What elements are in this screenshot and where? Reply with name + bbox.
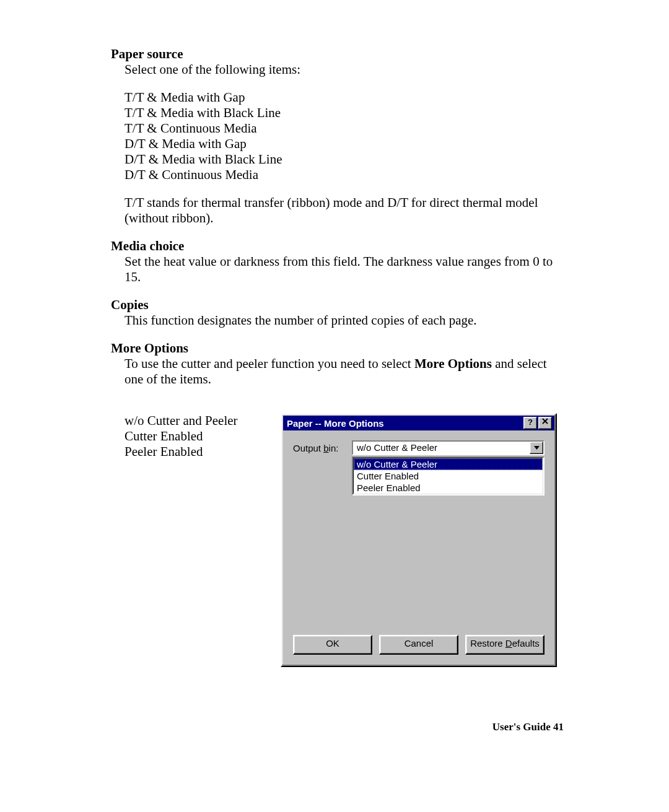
paper-source-item: D/T & Media with Black Line: [125, 152, 566, 167]
label-underline: b: [323, 443, 328, 453]
list-item: w/o Cutter and Peeler: [125, 413, 281, 429]
paper-source-item: D/T & Media with Gap: [125, 136, 566, 152]
paper-more-options-dialog: Paper -- More Options ? Output bin: w/o …: [281, 413, 557, 667]
paper-source-item: T/T & Media with Black Line: [125, 105, 566, 121]
list-item: Peeler Enabled: [125, 444, 281, 460]
output-bin-label: Output bin:: [293, 440, 352, 453]
svg-marker-2: [534, 446, 540, 450]
page-footer: User's Guide 41: [0, 721, 669, 733]
btn-text: efaults: [512, 638, 540, 648]
more-options-text-bold: More Options: [414, 356, 492, 371]
more-options-dialog-container: Paper -- More Options ? Output bin: w/o …: [281, 413, 566, 667]
media-choice-text: Set the heat value or darkness from this…: [125, 254, 566, 285]
dialog-spacer: [293, 495, 544, 629]
output-bin-combobox[interactable]: w/o Cutter & Peeler: [352, 440, 544, 455]
output-bin-dropdown[interactable]: w/o Cutter & Peeler Cutter Enabled Peele…: [352, 456, 544, 495]
dropdown-option[interactable]: Peeler Enabled: [354, 482, 543, 494]
restore-defaults-button[interactable]: Restore Defaults: [465, 635, 544, 655]
more-options-left-list: w/o Cutter and Peeler Cutter Enabled Pee…: [125, 413, 281, 460]
label-text: in:: [329, 443, 339, 453]
output-bin-combo-wrap: w/o Cutter & Peeler w/o Cutter & Peeler …: [352, 440, 544, 495]
btn-text: Restore: [470, 638, 505, 648]
help-button[interactable]: ?: [523, 417, 537, 429]
dropdown-option[interactable]: Cutter Enabled: [354, 470, 543, 482]
heading-paper-source: Paper source: [111, 46, 566, 62]
label-text: Output: [293, 443, 323, 453]
btn-underline: D: [505, 638, 512, 648]
heading-copies: Copies: [111, 297, 566, 313]
chevron-down-icon: [534, 446, 540, 450]
cancel-button[interactable]: Cancel: [379, 635, 458, 655]
combo-dropdown-button[interactable]: [530, 442, 543, 454]
paper-source-item: D/T & Continuous Media: [125, 167, 566, 183]
combo-selected-text: w/o Cutter & Peeler: [353, 442, 530, 454]
output-bin-row: Output bin: w/o Cutter & Peeler w/o Cutt…: [293, 440, 544, 495]
page-content: Paper source Select one of the following…: [111, 46, 566, 667]
copies-text: This function designates the number of p…: [125, 313, 566, 328]
dropdown-option[interactable]: w/o Cutter & Peeler: [354, 458, 543, 470]
dialog-titlebar[interactable]: Paper -- More Options ?: [283, 416, 554, 430]
paper-source-intro: Select one of the following items:: [125, 62, 566, 77]
more-options-text-pre: To use the cutter and peeler function yo…: [125, 356, 414, 371]
dialog-button-row: OK Cancel Restore Defaults: [293, 629, 544, 655]
dialog-client-area: Output bin: w/o Cutter & Peeler w/o Cutt…: [282, 432, 556, 666]
heading-more-options: More Options: [111, 341, 566, 356]
close-button[interactable]: [538, 417, 552, 429]
heading-media-choice: Media choice: [111, 238, 566, 254]
paper-source-note: T/T stands for thermal transfer (ribbon)…: [125, 195, 566, 226]
more-options-row: w/o Cutter and Peeler Cutter Enabled Pee…: [125, 413, 566, 667]
list-item: Cutter Enabled: [125, 429, 281, 444]
close-icon: [542, 418, 548, 424]
paper-source-item: T/T & Continuous Media: [125, 121, 566, 136]
ok-button[interactable]: OK: [293, 635, 372, 655]
paper-source-item: T/T & Media with Gap: [125, 90, 566, 105]
dialog-title: Paper -- More Options: [287, 418, 522, 429]
more-options-text: To use the cutter and peeler function yo…: [125, 356, 566, 387]
